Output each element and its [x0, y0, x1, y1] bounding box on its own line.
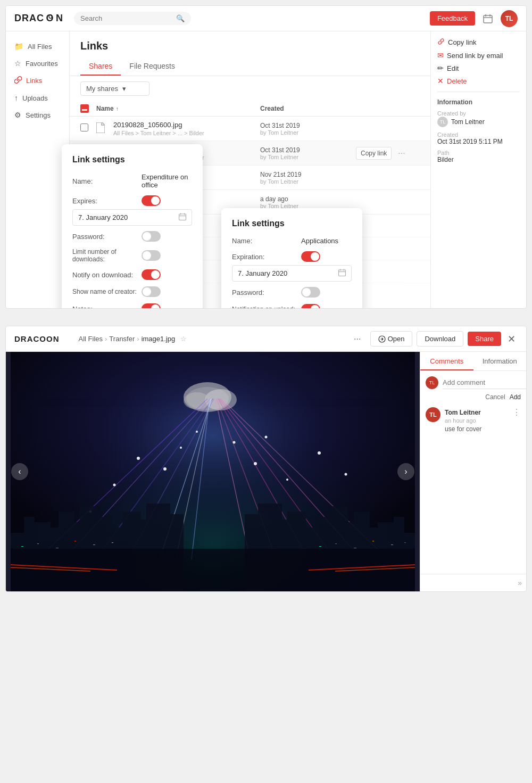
expand-panel-icon[interactable]: » [420, 574, 526, 591]
tab-shares[interactable]: Shares [80, 56, 121, 76]
modal2-notification-row: Notification on upload: [232, 304, 352, 309]
modal2-password-row: Password: [232, 287, 352, 298]
favorite-star-icon[interactable]: ☆ [180, 335, 187, 343]
modal2-name-label: Name: [232, 237, 301, 245]
file-icon [96, 122, 109, 135]
header-right: Feedback TL [430, 10, 518, 27]
link-icon [437, 38, 445, 47]
image-container: ‹ [6, 352, 420, 591]
calendar-icon[interactable] [480, 11, 495, 26]
sidebar-item-settings[interactable]: ⚙ Settings [6, 106, 69, 123]
svg-rect-80 [372, 541, 374, 541]
modal1-password-toggle[interactable] [142, 231, 161, 242]
comments-area: TL Cancel Add TL Tom Leitner ⋮ an ho [420, 371, 526, 574]
bottom-header: DRACOON All Files › Transfer › image1.jp… [6, 326, 526, 352]
filter-select[interactable]: My shares ▾ [80, 81, 149, 96]
created-by-item: Created by TL Tom Leitner [437, 110, 520, 127]
row-name-1: 20190828_105600.jpg [113, 121, 260, 129]
modal2-notification-label: Notification on upload: [232, 306, 301, 309]
comment-add-link[interactable]: Add [510, 393, 521, 401]
open-icon [378, 335, 386, 343]
prev-arrow[interactable]: ‹ [11, 463, 28, 480]
copy-link-action[interactable]: Copy link [437, 38, 520, 47]
bottom-header-right: ··· Open Download Share ✕ [349, 331, 518, 348]
sidebar-label-favourites: Favourites [26, 60, 58, 68]
comment-header: Tom Leitner ⋮ [445, 407, 521, 417]
tab-comments[interactable]: Comments [420, 352, 473, 370]
search-icon: 🔍 [176, 14, 185, 22]
delete-action[interactable]: ✕ Delete [437, 77, 520, 85]
breadcrumb-all-files[interactable]: All Files [79, 335, 103, 343]
modal2-date-value: 7. January 2020 [238, 269, 287, 277]
close-button[interactable]: ✕ [505, 333, 518, 345]
tab-information[interactable]: Information [473, 352, 527, 370]
modal1-limit-toggle[interactable] [142, 250, 161, 261]
modal1-notify-row: Notify on download: [72, 269, 192, 280]
search-input[interactable] [80, 14, 174, 22]
table-row: 20190828_105600.jpg All Files > Tom Leit… [70, 117, 430, 141]
row-checkbox-1[interactable] [80, 123, 88, 131]
download-button[interactable]: Download [417, 331, 463, 347]
next-arrow[interactable]: › [397, 463, 414, 480]
folder-icon: 📁 [14, 42, 23, 51]
modal1-notes-toggle[interactable] [142, 303, 161, 309]
svg-point-39 [318, 451, 321, 455]
modal1-date-row[interactable]: 7. January 2020 [72, 209, 192, 226]
modal2-expiration-row: Expiration: [232, 251, 352, 262]
col-name-header[interactable]: Name ↑ [96, 105, 260, 112]
row-actions-2: Copy link ··· [356, 147, 420, 160]
breadcrumb-transfer[interactable]: Transfer [109, 335, 135, 343]
feedback-button[interactable]: Feedback [430, 11, 475, 26]
sidebar-item-uploads[interactable]: ↑ Uploads [6, 89, 69, 106]
comment-cancel-link[interactable]: Cancel [485, 393, 505, 401]
copy-link-button[interactable]: Copy link [356, 147, 392, 160]
sidebar-item-links[interactable]: Links [6, 72, 69, 89]
breadcrumb-sep-2: › [137, 335, 139, 343]
svg-point-34 [180, 447, 182, 449]
user-avatar[interactable]: TL [501, 10, 518, 27]
modal1-expires-toggle[interactable] [142, 195, 161, 206]
sidebar-label-all-files: All Files [28, 43, 52, 51]
delete-icon: ✕ [437, 77, 444, 85]
svg-rect-77 [319, 546, 321, 547]
modal1-notify-toggle[interactable] [142, 269, 161, 280]
modal1-limit-row: Limit number of downloads: [72, 248, 192, 263]
comment-item: TL Tom Leitner ⋮ an hour ago use for cov… [426, 407, 521, 433]
tab-file-requests[interactable]: File Requests [121, 56, 184, 76]
share-button[interactable]: Share [468, 332, 501, 346]
info-section-title: Information [437, 98, 520, 106]
send-link-action[interactable]: ✉ Send link by email [437, 51, 520, 60]
modal2-title: Link settings [232, 219, 352, 228]
modal2-name-row: Name: Applications [232, 237, 352, 245]
modal2-expiration-toggle[interactable] [301, 251, 320, 262]
svg-point-40 [345, 473, 347, 476]
modal1-creator-toggle[interactable] [142, 286, 161, 297]
modal2-date-row[interactable]: 7. January 2020 [232, 265, 352, 282]
open-button[interactable]: Open [370, 331, 413, 347]
comment-input[interactable] [443, 376, 527, 389]
modal2-expiration-label: Expiration: [232, 253, 301, 261]
svg-rect-75 [93, 545, 95, 545]
edit-action[interactable]: ✏ Edit [437, 64, 520, 72]
more-options-button[interactable]: ··· [396, 147, 407, 159]
created-by-row: TL Tom Leitner [437, 117, 520, 127]
search-bar[interactable]: 🔍 [74, 12, 191, 25]
sidebar-item-favourites[interactable]: ☆ Favourites [6, 55, 69, 72]
comment-more-icon[interactable]: ⋮ [512, 407, 521, 417]
current-user-avatar: TL [426, 376, 438, 389]
row-created-2: Oct 31st 2019 by Tom Leitner [260, 146, 356, 160]
top-section: DRAC OO N 🔍 Feedback TL 📁 All Files [5, 5, 527, 309]
comment-actions: Cancel Add [426, 393, 521, 401]
svg-point-42 [265, 436, 268, 439]
created-date-item: Created Oct 31st 2019 5:11 PM [437, 131, 520, 145]
path-item: Path Bilder [437, 150, 520, 163]
svg-point-33 [113, 484, 116, 487]
app-logo: DRAC OO N [14, 13, 63, 24]
more-options-icon[interactable]: ··· [349, 331, 366, 348]
modal2-password-toggle[interactable] [301, 287, 320, 298]
svg-rect-0 [484, 15, 492, 23]
row-created-1: Oct 31st 2019 by Tom Leitner [260, 122, 356, 136]
sidebar-item-all-files[interactable]: 📁 All Files [6, 38, 69, 55]
modal2-notification-toggle[interactable] [301, 304, 320, 309]
send-link-label: Send link by email [447, 52, 503, 60]
